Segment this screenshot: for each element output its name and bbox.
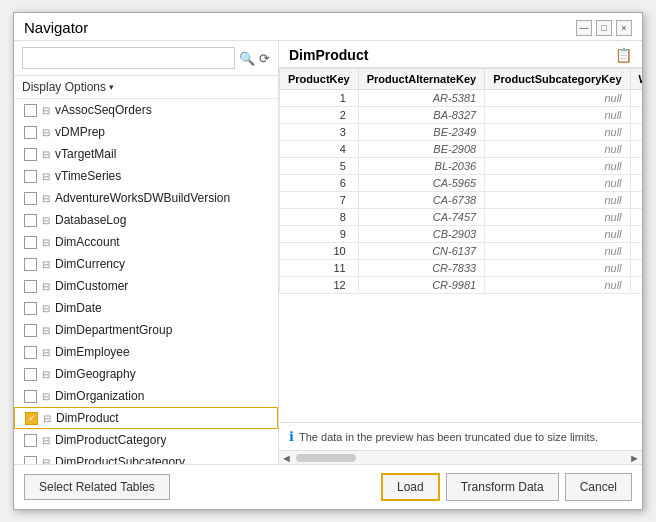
right-panel: DimProduct 📋 ProductKeyProductAlternateK… [279,41,642,464]
chevron-down-icon: ▾ [109,82,114,92]
product-subcat-key: null [485,209,630,226]
close-button[interactable]: × [616,20,632,36]
column-header: Weigh [630,69,642,90]
preview-header: DimProduct 📋 [279,41,642,68]
load-button[interactable]: Load [381,473,440,501]
preview-table-container[interactable]: ProductKeyProductAlternateKeyProductSubc… [279,68,642,422]
tree-item[interactable]: ⊟DimOrganization [14,385,278,407]
transform-data-button[interactable]: Transform Data [446,473,559,501]
truncate-notice: ℹ The data in the preview has been trunc… [279,422,642,450]
info-icon: ℹ [289,429,294,444]
table-row: 11CR-7833nullnull [280,260,643,277]
minimize-button[interactable]: — [576,20,592,36]
tree-item-label: DimGeography [55,367,136,381]
table-icon: ⊟ [42,281,50,292]
select-related-button[interactable]: Select Related Tables [24,474,170,500]
tree-item[interactable]: ⊟DimCurrency [14,253,278,275]
product-subcat-key: null [485,175,630,192]
main-content: 🔍 ⟳ Display Options ▾ ⊟vAssocSeqOrders⊟v… [14,41,642,464]
product-alt-key: CA-6738 [358,192,484,209]
checkbox[interactable] [24,368,37,381]
horizontal-scrollbar[interactable]: ◄ ► [279,450,642,464]
product-subcat-key: null [485,158,630,175]
product-key: 4 [280,141,359,158]
checkbox[interactable] [24,390,37,403]
checkbox[interactable] [24,346,37,359]
search-icon: 🔍 [239,51,255,66]
checkbox[interactable] [24,302,37,315]
checkbox[interactable]: ✓ [25,412,38,425]
table-row: 5BL-2036nullnull [280,158,643,175]
table-icon: ⊟ [42,193,50,204]
product-alt-key: CA-5965 [358,175,484,192]
display-options-label: Display Options [22,80,106,94]
table-icon: ⊟ [42,259,50,270]
table-row: 9CB-2903nullnull [280,226,643,243]
checkbox[interactable] [24,214,37,227]
checkbox[interactable] [24,126,37,139]
product-key: 1 [280,90,359,107]
product-subcat-key: null [485,141,630,158]
tree-item[interactable]: ⊟AdventureWorksDWBuildVersion [14,187,278,209]
tree-item[interactable]: ⊟DimAccount [14,231,278,253]
tree-item[interactable]: ⊟DimDepartmentGroup [14,319,278,341]
product-weight: null [630,209,642,226]
tree-item-label: vDMPrep [55,125,105,139]
search-input[interactable] [22,47,235,69]
tree-item-label: DimProductSubcategory [55,455,185,464]
tree-item[interactable]: ⊟DimCustomer [14,275,278,297]
refresh-icon[interactable]: ⟳ [259,51,270,66]
table-row: 10CN-6137nullnull [280,243,643,260]
checkbox[interactable] [24,170,37,183]
left-panel: 🔍 ⟳ Display Options ▾ ⊟vAssocSeqOrders⊟v… [14,41,279,464]
checkbox[interactable] [24,280,37,293]
checkbox[interactable] [24,104,37,117]
tree-item[interactable]: ⊟DimProductCategory [14,429,278,451]
display-options-row[interactable]: Display Options ▾ [14,76,278,99]
checkbox[interactable] [24,258,37,271]
table-row: 6CA-5965nullnull [280,175,643,192]
column-header: ProductAlternateKey [358,69,484,90]
table-row: 7CA-6738nullnull [280,192,643,209]
product-key: 7 [280,192,359,209]
product-key: 5 [280,158,359,175]
product-alt-key: CB-2903 [358,226,484,243]
product-weight: null [630,90,642,107]
tree-item[interactable]: ✓⊟DimProduct [14,407,278,429]
tree-container[interactable]: ⊟vAssocSeqOrders⊟vDMPrep⊟vTargetMail⊟vTi… [14,99,278,464]
column-header: ProductKey [280,69,359,90]
table-icon: ⊟ [42,105,50,116]
tree-item[interactable]: ⊟DimDate [14,297,278,319]
navigator-dialog: Navigator — □ × 🔍 ⟳ Display Options ▾ ⊟v… [13,12,643,510]
tree-item[interactable]: ⊟DimEmployee [14,341,278,363]
checkbox[interactable] [24,456,37,465]
tree-item[interactable]: ⊟DimProductSubcategory [14,451,278,464]
column-header: ProductSubcategoryKey [485,69,630,90]
checkbox[interactable] [24,434,37,447]
maximize-button[interactable]: □ [596,20,612,36]
tree-item-label: vTargetMail [55,147,116,161]
tree-item[interactable]: ⊟vTimeSeries [14,165,278,187]
tree-item[interactable]: ⊟DimGeography [14,363,278,385]
checkbox[interactable] [24,192,37,205]
product-weight: null [630,277,642,294]
product-weight: null [630,226,642,243]
cancel-button[interactable]: Cancel [565,473,632,501]
product-key: 11 [280,260,359,277]
table-icon: ⊟ [42,457,50,465]
tree-item-label: AdventureWorksDWBuildVersion [55,191,230,205]
search-bar: 🔍 ⟳ [14,41,278,76]
tree-item[interactable]: ⊟vAssocSeqOrders [14,99,278,121]
tree-item[interactable]: ⊟vDMPrep [14,121,278,143]
checkbox[interactable] [24,148,37,161]
tree-item[interactable]: ⊟vTargetMail [14,143,278,165]
scroll-thumb[interactable] [296,454,356,462]
checkbox[interactable] [24,324,37,337]
product-subcat-key: null [485,192,630,209]
table-row: 4BE-2908nullnull [280,141,643,158]
bottom-bar: Select Related Tables Load Transform Dat… [14,464,642,509]
tree-item[interactable]: ⊟DatabaseLog [14,209,278,231]
checkbox[interactable] [24,236,37,249]
table-icon: ⊟ [42,325,50,336]
tree-item-label: DimCurrency [55,257,125,271]
